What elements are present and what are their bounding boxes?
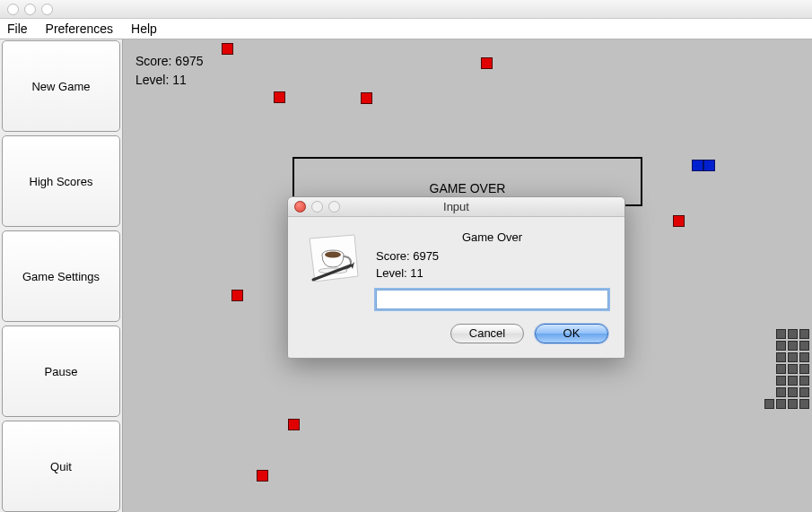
enemy-block <box>231 290 243 301</box>
menu-help[interactable]: Help <box>131 22 157 36</box>
high-scores-button[interactable]: High Scores <box>2 135 120 227</box>
dialog-minimize-icon[interactable] <box>311 201 323 213</box>
game-settings-button[interactable]: Game Settings <box>2 230 120 322</box>
player-block <box>692 160 703 171</box>
wall-block <box>776 352 786 362</box>
wall-block <box>776 376 786 386</box>
wall-block <box>799 399 809 409</box>
wall-block <box>776 341 786 351</box>
wall-block <box>799 329 809 339</box>
menu-preferences[interactable]: Preferences <box>46 22 113 36</box>
wall-block <box>788 376 798 386</box>
dialog-zoom-icon[interactable] <box>328 201 340 213</box>
dialog-button-row: Cancel OK <box>288 324 624 358</box>
enemy-block <box>361 92 372 104</box>
gameover-text: GAME OVER <box>430 181 506 195</box>
wall-block <box>799 376 809 386</box>
wall-block <box>788 364 798 374</box>
wall-block <box>788 352 798 362</box>
wall-block <box>764 399 774 409</box>
wall-block <box>788 341 798 351</box>
wall-block <box>776 399 786 409</box>
level-label: Level: <box>135 73 172 87</box>
wall-block <box>799 387 809 397</box>
window-titlebar <box>0 0 812 19</box>
svg-point-2 <box>325 252 341 258</box>
wall-block <box>788 399 798 409</box>
sidebar: New Game High Scores Game Settings Pause… <box>2 40 120 512</box>
score-display: Score: 6975 <box>135 52 204 71</box>
menubar: File Preferences Help <box>0 19 812 39</box>
pause-button[interactable]: Pause <box>2 325 120 417</box>
wall-block <box>776 329 786 339</box>
cancel-button[interactable]: Cancel <box>450 324 524 343</box>
traffic-light-zoom-icon[interactable] <box>41 4 53 15</box>
hud: Score: 6975 Level: 11 <box>135 52 204 90</box>
java-cup-icon <box>304 230 362 287</box>
dialog-text: Game Over Score: 6975 Level: 11 <box>376 230 608 309</box>
wall-block <box>776 387 786 397</box>
score-label: Score: <box>135 54 175 68</box>
wall-block <box>788 329 798 339</box>
dialog-heading: Game Over <box>376 230 608 247</box>
dialog-title: Input <box>443 200 469 213</box>
enemy-block <box>481 57 493 69</box>
wall-block <box>788 387 798 397</box>
dialog-level-line: Level: 11 <box>376 265 608 282</box>
wall-block <box>799 352 809 362</box>
level-value: 11 <box>172 73 187 87</box>
dialog-close-icon[interactable] <box>294 201 306 213</box>
new-game-button[interactable]: New Game <box>2 40 120 132</box>
enemy-block <box>274 91 285 103</box>
traffic-light-minimize-icon[interactable] <box>24 4 36 15</box>
dialog-score-line: Score: 6975 <box>376 248 608 265</box>
wall-block <box>799 364 809 374</box>
score-value: 6975 <box>175 54 203 68</box>
enemy-block <box>257 470 268 482</box>
wall-block <box>799 341 809 351</box>
name-input[interactable] <box>376 290 608 309</box>
input-dialog: Input Game Over Score: 6975 Level: 11 Ca… <box>287 196 625 359</box>
menu-file[interactable]: File <box>7 22 28 36</box>
level-display: Level: 11 <box>135 71 204 90</box>
traffic-light-close-icon[interactable] <box>7 4 19 15</box>
ok-button[interactable]: OK <box>535 324 608 343</box>
quit-button[interactable]: Quit <box>2 421 120 512</box>
wall-block <box>776 364 786 374</box>
enemy-block <box>673 215 685 227</box>
enemy-block <box>288 419 300 430</box>
player-block <box>703 160 715 171</box>
dialog-body: Game Over Score: 6975 Level: 11 <box>288 217 624 324</box>
dialog-titlebar[interactable]: Input <box>288 197 624 217</box>
enemy-block <box>222 43 233 55</box>
